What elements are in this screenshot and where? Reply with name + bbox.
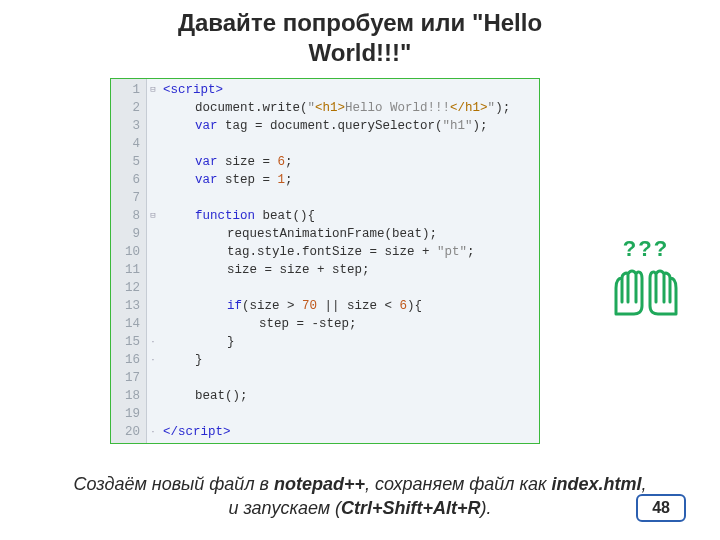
code-line: } xyxy=(163,333,510,351)
code-line: requestAnimationFrame(beat); xyxy=(163,225,510,243)
fold-marker xyxy=(147,189,159,207)
question-hands-icon: ??? xyxy=(606,236,686,318)
line-number: 2 xyxy=(113,99,140,117)
fold-marker xyxy=(147,315,159,333)
line-number: 18 xyxy=(113,387,140,405)
fold-marker xyxy=(147,243,159,261)
fold-marker xyxy=(147,153,159,171)
line-number: 9 xyxy=(113,225,140,243)
code-line: step = -step; xyxy=(163,315,510,333)
line-number: 1 xyxy=(113,81,140,99)
code-line: tag.style.fontSize = size + "pt"; xyxy=(163,243,510,261)
title-line-1: Давайте попробуем или "Hello xyxy=(178,9,542,36)
code-line: } xyxy=(163,351,510,369)
caption: Создаём новый файл в notepad++, сохраняе… xyxy=(0,472,720,521)
fold-marker xyxy=(147,387,159,405)
line-number: 8 xyxy=(113,207,140,225)
source-code: <script>document.write("<h1>Hello World!… xyxy=(159,79,514,443)
fold-marker xyxy=(147,171,159,189)
code-line: </script> xyxy=(163,423,510,441)
line-number: 20 xyxy=(113,423,140,441)
fold-marker xyxy=(147,261,159,279)
line-number: 15 xyxy=(113,333,140,351)
code-line xyxy=(163,405,510,423)
fold-marker: ⊟ xyxy=(147,81,159,99)
code-line: var size = 6; xyxy=(163,153,510,171)
code-line: function beat(){ xyxy=(163,207,510,225)
line-number: 11 xyxy=(113,261,140,279)
line-number: 3 xyxy=(113,117,140,135)
fold-marker xyxy=(147,279,159,297)
raised-hands-icon xyxy=(606,264,686,318)
code-line: size = size + step; xyxy=(163,261,510,279)
page-title: Давайте попробуем или "Hello World!!!" xyxy=(0,0,720,68)
line-number: 4 xyxy=(113,135,140,153)
code-line: var step = 1; xyxy=(163,171,510,189)
code-line xyxy=(163,135,510,153)
fold-marker: · xyxy=(147,423,159,441)
line-number: 16 xyxy=(113,351,140,369)
fold-marker xyxy=(147,297,159,315)
line-number: 6 xyxy=(113,171,140,189)
line-number: 13 xyxy=(113,297,140,315)
fold-marker: · xyxy=(147,351,159,369)
fold-marker: ⊟ xyxy=(147,207,159,225)
code-line: var tag = document.querySelector("h1"); xyxy=(163,117,510,135)
code-line: beat(); xyxy=(163,387,510,405)
code-line: if(size > 70 || size < 6){ xyxy=(163,297,510,315)
code-line xyxy=(163,369,510,387)
line-number-gutter: 1234567891011121314151617181920 xyxy=(111,79,147,443)
line-number: 12 xyxy=(113,279,140,297)
line-number: 7 xyxy=(113,189,140,207)
fold-marker xyxy=(147,405,159,423)
line-number: 14 xyxy=(113,315,140,333)
fold-marker xyxy=(147,369,159,387)
page-number: 48 xyxy=(636,494,686,522)
line-number: 10 xyxy=(113,243,140,261)
line-number: 17 xyxy=(113,369,140,387)
fold-marker xyxy=(147,225,159,243)
code-line: <script> xyxy=(163,81,510,99)
line-number: 19 xyxy=(113,405,140,423)
code-line: document.write("<h1>Hello World!!!</h1>"… xyxy=(163,99,510,117)
code-editor: 1234567891011121314151617181920 ⊟⊟··· <s… xyxy=(110,78,540,444)
fold-marker: · xyxy=(147,333,159,351)
question-marks: ??? xyxy=(606,236,686,262)
fold-column: ⊟⊟··· xyxy=(147,79,159,443)
fold-marker xyxy=(147,135,159,153)
line-number: 5 xyxy=(113,153,140,171)
code-line xyxy=(163,279,510,297)
fold-marker xyxy=(147,99,159,117)
title-line-2: World!!!" xyxy=(309,39,412,66)
code-line xyxy=(163,189,510,207)
fold-marker xyxy=(147,117,159,135)
